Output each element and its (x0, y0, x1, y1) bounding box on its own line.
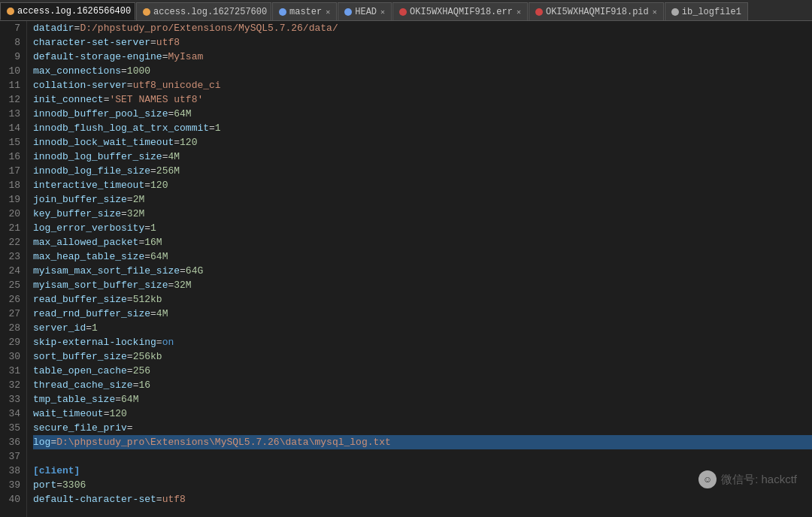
line-number: 9 (6, 50, 20, 64)
config-eq: = (86, 321, 92, 335)
line-number: 27 (6, 307, 20, 321)
code-line: collation-server=utf8_unicode_ci (33, 78, 812, 92)
config-eq: = (180, 264, 186, 278)
tab-ib-logfile[interactable]: ib_logfile1 (665, 2, 748, 20)
config-key: tmp_table_size (33, 392, 115, 407)
config-val: 256kb (133, 349, 162, 364)
tab-label-3: master (289, 7, 322, 17)
config-key: secure_file_priv (33, 421, 127, 435)
config-key: wait_timeout (33, 407, 104, 421)
tab-icon-5 (399, 8, 407, 16)
config-val: 2M (133, 192, 145, 207)
tab-close-4[interactable]: ✕ (380, 8, 385, 17)
config-val: 120 (109, 407, 126, 421)
code-line: [client] (33, 464, 812, 478)
line-number: 16 (6, 150, 20, 164)
tab-access-log-2[interactable]: access.log.1627257600 ✕ (136, 2, 271, 20)
config-val: 1 (215, 121, 221, 135)
config-key: innodb_lock_wait_timeout (33, 135, 174, 150)
line-number: 37 (6, 449, 20, 464)
tab-head[interactable]: HEAD ✕ (338, 2, 392, 20)
code-line: read_rnd_buffer_size=4M (33, 307, 812, 321)
code-line: tmp_table_size=64M (33, 392, 812, 407)
code-content[interactable]: datadir=D:/phpstudy_pro/Extensions/MySQL… (27, 21, 812, 517)
config-key: sort_buffer_size (33, 349, 127, 364)
config-eq: = (127, 78, 133, 92)
code-line: read_buffer_size=512kb (33, 292, 812, 307)
tab-label-6: OKI5WXHAQMIF918.pid (546, 7, 649, 17)
config-val: 120 (180, 135, 197, 150)
line-number: 8 (6, 35, 20, 50)
line-number: 26 (6, 292, 20, 307)
line-number: 10 (6, 64, 20, 78)
config-val: D:/phpstudy_pro/Extensions/MySQL5.7.26/d… (80, 21, 338, 35)
config-val: 1 (92, 321, 98, 335)
config-val: 16M (144, 235, 162, 249)
code-line: max_heap_table_size=64M (33, 249, 812, 264)
code-line: table_open_cache=256 (33, 364, 812, 378)
code-line: server_id=1 (33, 321, 812, 335)
config-eq: = (115, 392, 121, 407)
code-line: skip-external-locking=on (33, 335, 812, 349)
config-eq: = (121, 64, 127, 78)
tab-master[interactable]: master ✕ (272, 2, 337, 20)
config-key: default-character-set (33, 492, 156, 506)
code-line (33, 449, 812, 464)
config-key: max_connections (33, 64, 121, 78)
config-val: 32M (127, 207, 144, 221)
config-eq: = (127, 349, 133, 364)
line-number: 12 (6, 92, 20, 107)
config-val: 64G (186, 264, 203, 278)
config-eq: = (138, 235, 144, 249)
section-header: [client] (33, 464, 80, 478)
tab-close-1[interactable]: ✕ (135, 7, 135, 16)
code-line: character-set-server=utf8 (33, 35, 812, 50)
config-eq: = (156, 492, 162, 506)
config-eq: = (150, 307, 156, 321)
tab-close-3[interactable]: ✕ (326, 8, 330, 17)
config-eq: = (127, 421, 133, 435)
tab-err[interactable]: OKI5WXHAQMIF918.err ✕ (392, 2, 528, 20)
config-val: on (162, 335, 174, 349)
config-val: utf8 (162, 492, 186, 506)
config-val: utf8 (156, 35, 180, 50)
code-line: innodb_flush_log_at_trx_commit=1 (33, 121, 812, 135)
config-key: max_heap_table_size (33, 249, 144, 264)
config-key: innodb_log_buffer_size (33, 150, 162, 164)
config-eq: = (150, 164, 156, 178)
config-key: join_buffer_size (33, 192, 127, 207)
config-eq: = (127, 192, 133, 207)
config-eq: = (156, 335, 162, 349)
config-val: 4M (156, 307, 168, 321)
config-key: default-storage-engine (33, 50, 162, 64)
tab-pid[interactable]: OKI5WXHAQMIF918.pid ✕ (529, 2, 664, 20)
config-key: collation-server (33, 78, 127, 92)
editor-area: 7891011121314151617181920212223242526272… (0, 21, 812, 517)
line-number: 29 (6, 335, 20, 349)
config-eq: = (121, 207, 127, 221)
config-eq: = (150, 35, 156, 50)
config-val: 4M (168, 150, 180, 164)
config-key: read_rnd_buffer_size (33, 307, 150, 321)
code-line: port=3306 (33, 478, 812, 492)
config-key: max_allowed_packet (33, 235, 138, 249)
tab-close-2[interactable]: ✕ (271, 8, 271, 17)
config-eq: = (50, 435, 56, 449)
tab-close-5[interactable]: ✕ (517, 8, 521, 17)
code-line: innodb_log_file_size=256M (33, 164, 812, 178)
tab-close-6[interactable]: ✕ (653, 8, 657, 17)
line-number: 35 (6, 421, 20, 435)
line-number: 33 (6, 392, 20, 407)
tab-icon-1 (7, 8, 14, 15)
tab-bar: access.log.1626566400 ✕ access.log.16272… (0, 0, 812, 21)
config-val: 512kb (133, 292, 162, 307)
config-val: 256M (156, 164, 180, 178)
code-line: log=D:\phpstudy_pro\Extensions\MySQL5.7.… (33, 435, 812, 449)
code-line: max_allowed_packet=16M (33, 235, 812, 249)
tab-access-log-1[interactable]: access.log.1626566400 ✕ (0, 2, 135, 20)
tab-label-2: access.log.1627257600 (153, 7, 267, 17)
config-val: utf8_unicode_ci (133, 78, 221, 92)
config-eq: = (104, 407, 110, 421)
line-number: 30 (6, 349, 20, 364)
config-val: 120 (150, 178, 168, 192)
